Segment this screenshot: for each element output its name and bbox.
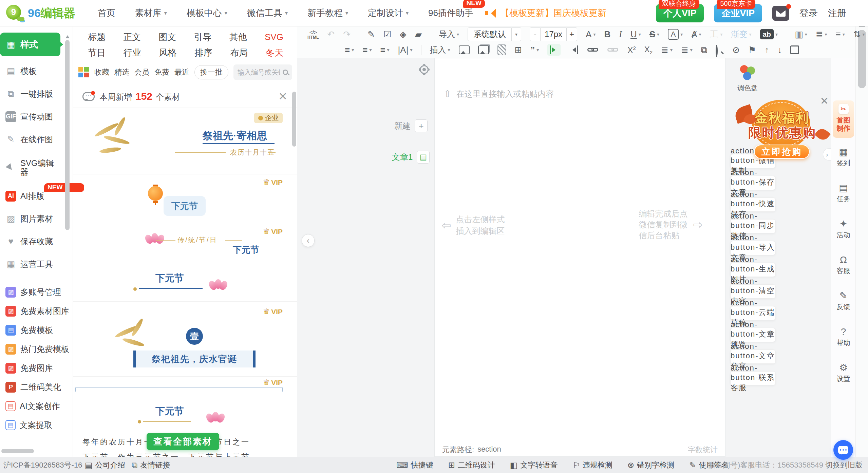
indent-icon[interactable]: ≡▾ (836, 29, 845, 40)
background-pattern-icon[interactable] (497, 44, 506, 55)
color-palette-tool[interactable]: 调色盘 (732, 64, 763, 93)
table-icon[interactable]: ⊞ (515, 45, 522, 55)
nav-item-微信工具[interactable]: 微信工具▾ (247, 7, 288, 19)
ordered-list-icon[interactable]: ≣▾ (661, 45, 673, 55)
gear-icon[interactable] (420, 65, 429, 74)
link-icon[interactable] (587, 46, 599, 54)
同步微信[interactable]: action-button-同步微信 (730, 219, 776, 233)
rail-item-反馈[interactable]: ✎反馈 (831, 291, 856, 311)
tab-正文[interactable]: 正文 (123, 31, 141, 43)
tab-图文[interactable]: 图文 (158, 31, 176, 43)
sidebar-item-图片素材[interactable]: ▨图片素材 (0, 207, 73, 230)
download-icon[interactable]: ↓ (777, 45, 782, 55)
nav-item-模板中心[interactable]: 模板中心▾ (187, 7, 227, 19)
insert-menu[interactable]: 插入▾ (430, 44, 450, 55)
sidebar-item-免费模板[interactable]: ▤免费模板 (0, 321, 73, 340)
rail-item-帮助[interactable]: ?帮助 (831, 327, 856, 347)
sidebar-item-样式[interactable]: ▦样式 (0, 31, 73, 58)
nav-item-首页[interactable]: 首页 (98, 7, 115, 19)
footer-tool-文字转语音[interactable]: ◧文字转语音 (510, 460, 558, 470)
font-size-increase[interactable]: + (566, 27, 577, 41)
tab-布局[interactable]: 布局 (230, 47, 248, 59)
sidebar-item-保存收藏[interactable]: ♥保存收藏 (0, 230, 73, 253)
company-intro-link[interactable]: ▤ 公司介绍 (85, 457, 125, 473)
文章分享[interactable]: action-button-文章分享 (730, 349, 776, 364)
materials-scrollbar[interactable] (292, 92, 296, 147)
eraser-icon[interactable]: ◈ (400, 29, 407, 40)
underline-icon[interactable]: U▾ (630, 29, 641, 40)
sidebar-hscrollbar[interactable] (1, 449, 34, 453)
sidebar-scroll-up-icon[interactable] (65, 33, 70, 38)
nav-item-新手教程[interactable]: 新手教程▾ (307, 7, 348, 19)
导入文章[interactable]: action-button-导入文章 (730, 241, 776, 255)
word-count-link[interactable]: 字数统计 (688, 445, 718, 455)
filter-免费[interactable]: 免费 (154, 67, 169, 77)
生成图片[interactable]: action-button-生成图片 (730, 263, 776, 277)
sidebar-item-免费图库[interactable]: ▨免费图库 (0, 359, 73, 378)
filter-收藏[interactable]: 收藏 (94, 67, 109, 77)
view-all-materials-button[interactable]: 查看全部素材 (147, 433, 219, 450)
material-card[interactable]: ♛VIP 下元节 (73, 174, 297, 224)
nav-item-素材库[interactable]: 素材库▾ (135, 7, 167, 19)
bold-icon[interactable]: B (604, 29, 610, 40)
font-size-value[interactable]: 17px (541, 27, 566, 41)
promo-close-icon[interactable]: ✕ (820, 95, 829, 107)
import-menu[interactable]: 导入▾ (439, 29, 459, 40)
tab-标题[interactable]: 标题 (88, 31, 106, 43)
保存文章[interactable]: action-button-保存文章 (730, 176, 776, 190)
sidebar-item-模板[interactable]: ▤模板 (0, 60, 73, 82)
sidebar-item-文案提取[interactable]: ▤文案提取 (0, 416, 73, 435)
tab-SVG[interactable]: SVG (265, 32, 283, 42)
云端草稿[interactable]: action-button-云端草稿 (730, 306, 776, 320)
tab-引导[interactable]: 引导 (194, 31, 212, 43)
tab-行业[interactable]: 行业 (124, 47, 141, 59)
flag-icon[interactable]: ⚑ (748, 45, 756, 55)
subscript-icon[interactable]: X2 (644, 45, 653, 55)
paragraph-spacing-icon[interactable]: ⇅▾ (853, 29, 865, 40)
cursor-follow-icon[interactable] (547, 44, 561, 56)
font-family-select[interactable]: 系统默认▾ (468, 27, 521, 41)
sidebar-item-AI文案创作[interactable]: ▤AI文案创作 (0, 397, 73, 416)
rail-item-活动[interactable]: ✦活动 (831, 219, 856, 240)
rail-item-cover-maker[interactable]: ✂ 首图制作 (833, 100, 854, 138)
superscript-icon[interactable]: X2 (627, 45, 636, 55)
close-icon[interactable]: ✕ (278, 90, 287, 103)
html-source-icon[interactable]: </>HTML (307, 30, 319, 39)
font-size-decrease[interactable]: - (530, 27, 541, 41)
sidebar-item-一键排版[interactable]: ⧉一键排版 (0, 82, 73, 105)
sidebar-item-多账号管理[interactable]: ▨多账号管理 (0, 283, 73, 302)
text-style-icon[interactable]: Ⱥ▾ (691, 29, 701, 40)
panel-collapse-button[interactable]: ‹ (302, 234, 315, 247)
new-document-control[interactable]: 新建 + (394, 119, 428, 132)
material-card[interactable]: 企业 祭祖先·寄相思 农历十月十五 (73, 108, 297, 174)
filter-最近[interactable]: 最近 (174, 67, 189, 77)
search-icon[interactable] (283, 70, 288, 75)
联系客服[interactable]: action-button-联系客服 (730, 371, 776, 385)
friend-links-link[interactable]: ⧉ 友情链接 (132, 457, 170, 473)
rail-item-任务[interactable]: ▤任务 (831, 183, 856, 204)
editor-canvas[interactable]: ⇧ 在这里直接输入或粘贴内容 ⇦ 点击左侧样式 插入到编辑区 编辑完成后点 微信… (434, 58, 725, 457)
footer-tool-二维码设计[interactable]: ⊞二维码设计 (448, 460, 495, 470)
refresh-batch-button[interactable]: 换一批 (194, 65, 228, 79)
nav-item-定制设计[interactable]: 定制设计▾ (368, 7, 409, 19)
collapse-toolbar-icon[interactable]: ↑ (765, 45, 769, 55)
cursor-left-icon[interactable] (569, 44, 579, 56)
sidebar-item-SVG编辑器[interactable]: SVG编辑器 (0, 151, 73, 185)
new-document-button[interactable]: + (415, 119, 428, 132)
align-icon[interactable]: ≡▾ (345, 45, 354, 55)
register-link[interactable]: 注册 (828, 7, 846, 19)
padding-icon[interactable]: ≡▾ (380, 45, 389, 55)
mail-icon[interactable] (772, 6, 789, 21)
material-card[interactable]: ♛VIP 壹 祭祀祖先，庆水官诞 (73, 302, 297, 377)
font-size-control[interactable]: -17px+ (530, 27, 577, 41)
clear-format-icon[interactable]: ⊘ (732, 45, 740, 55)
sidebar-item-热门免费模板[interactable]: ▨热门免费模板 (0, 340, 73, 359)
window-scrollbar[interactable] (855, 0, 868, 473)
sidebar-item-运营工具[interactable]: ▦运营工具 (0, 253, 73, 276)
font-color-icon[interactable]: A▾ (586, 29, 596, 40)
tab-排序[interactable]: 排序 (194, 47, 212, 59)
sidebar-item-宣传动图[interactable]: GIF宣传动图 (0, 105, 73, 128)
material-card[interactable]: ♛VIP 传/统/节/日 下元节 (73, 224, 297, 260)
search-input[interactable]: 输入编号或关键词 (233, 64, 292, 80)
highlight-icon[interactable]: ab▾ (760, 29, 778, 39)
